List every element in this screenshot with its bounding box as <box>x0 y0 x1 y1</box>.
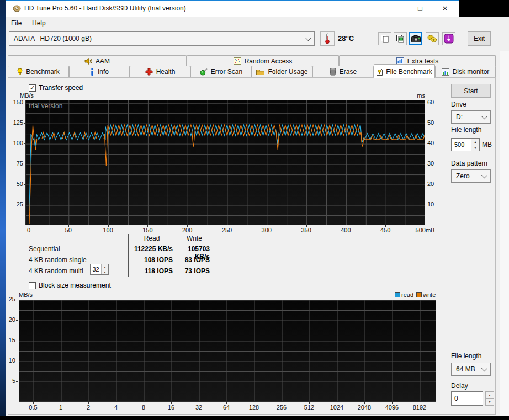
screenshot-button[interactable] <box>409 32 422 45</box>
data-pattern-combo[interactable]: Zero <box>451 169 491 183</box>
axis-tick-mark <box>68 225 69 227</box>
table-divider <box>128 234 129 277</box>
menu-help[interactable]: Help <box>29 18 49 31</box>
chart1-y-left-tick: 100 <box>0 140 23 146</box>
axis-tick-mark <box>61 402 61 404</box>
spinner-up-icon[interactable]: ▲ <box>471 139 479 145</box>
thermometer-icon <box>324 33 331 44</box>
chart1-y-right-tick: 10 <box>427 201 434 208</box>
axis-tick-mark <box>29 225 29 227</box>
drive-selector-value: ADATA HD720 (1000 gB) <box>14 35 92 42</box>
file-length-unit: MB <box>482 141 492 148</box>
spinner-down-icon[interactable]: ▼ <box>486 399 494 406</box>
desktop-bottom <box>0 416 509 420</box>
read-swatch <box>395 292 400 297</box>
data-pattern-label: Data pattern <box>451 160 487 167</box>
row-random-multi-label: 4 KB random multi <box>29 267 83 275</box>
copy-image-button[interactable] <box>394 32 407 45</box>
axis-tick-mark <box>282 402 282 404</box>
info-icon <box>90 68 94 76</box>
tab-label: File Benchmark <box>386 68 432 76</box>
delay-input[interactable]: 0 <box>451 391 483 406</box>
file-length2-combo[interactable]: 64 MB <box>451 363 491 376</box>
chart1-x-tick: 400 <box>335 227 357 233</box>
spinner-down-icon[interactable]: ▼ <box>471 145 479 151</box>
chart1-y-left-tick: 50 <box>0 180 23 187</box>
tab-error-scan[interactable]: Error Scan <box>190 66 252 77</box>
temperature-button[interactable] <box>320 31 335 46</box>
chart1-y-left-tick: 150 <box>0 99 23 105</box>
queue-depth-value: 32 <box>91 264 101 274</box>
chart2-x-tick: 256 <box>269 404 294 411</box>
chart2-legend: read write <box>395 291 436 298</box>
tab-erase[interactable]: Erase <box>312 66 374 77</box>
axis-tick-mark <box>199 402 199 404</box>
spinner-down-icon[interactable]: ▼ <box>102 269 108 274</box>
file-length-spinner[interactable]: 500 ▲▼ <box>451 138 480 151</box>
window-title: HD Tune Pro 5.60 - Hard Disk/SSD Utility… <box>24 4 186 12</box>
window-edge-strip <box>500 51 509 416</box>
tab-disk-monitor[interactable]: Disk monitor <box>435 66 496 77</box>
chart2-y-tick: 10 <box>0 357 15 364</box>
spinner-up-icon[interactable]: ▲ <box>486 392 494 399</box>
tab-label: Error Scan <box>211 68 242 76</box>
tab-benchmark[interactable]: Benchmark <box>8 66 69 77</box>
axis-tick-mark <box>24 184 26 185</box>
chart1-x-tick: 450 <box>374 227 396 233</box>
chart1-x-tick: 300 <box>256 227 278 233</box>
axis-tick-mark <box>24 123 26 124</box>
maximize-button[interactable]: □ <box>409 1 432 16</box>
axis-tick-mark <box>385 225 386 227</box>
axis-tick-mark <box>24 164 26 164</box>
random-single-read-value: 108 IOPS <box>130 256 173 264</box>
file-length-label: File length <box>451 126 481 134</box>
tab-random-access[interactable]: Random Access <box>187 55 339 66</box>
folder-icon <box>256 68 264 75</box>
axis-tick-mark <box>392 402 393 404</box>
chart2-y-tick: 5 <box>0 378 15 384</box>
tab-file-benchmark[interactable]: File Benchmark <box>374 64 435 78</box>
start-button[interactable]: Start <box>451 84 491 98</box>
tab-folder-usage[interactable]: Folder Usage <box>252 66 312 77</box>
file-length2-label: File length <box>451 352 481 360</box>
menu-file[interactable]: File <box>8 18 25 31</box>
drive-selector-combo[interactable]: ADATA HD720 (1000 gB) <box>9 31 315 46</box>
tab-label: Erase <box>340 68 357 76</box>
axis-tick-mark <box>144 402 144 404</box>
coins-button[interactable] <box>426 32 439 45</box>
axis-tick-mark <box>306 225 307 227</box>
copy-text-icon <box>380 34 389 43</box>
chart2-y-tick: 25 <box>0 296 15 302</box>
trash-icon <box>330 68 336 76</box>
transfer-speed-checkbox[interactable]: ✓ <box>29 84 36 92</box>
delay-spinner[interactable]: ▲ ▼ <box>485 391 494 406</box>
axis-tick-mark <box>364 402 365 404</box>
transfer-speed-chart <box>25 100 425 225</box>
queue-depth-spinner[interactable]: 32 ▲▼ <box>90 264 109 275</box>
desktop-corner <box>459 0 509 17</box>
spinner-up-icon[interactable]: ▲ <box>102 264 108 269</box>
minimize-button[interactable]: — <box>384 1 407 16</box>
close-button[interactable]: ✕ <box>433 1 457 16</box>
download-arrow-icon <box>444 34 454 44</box>
block-size-label: Block size measurement <box>39 281 111 289</box>
axis-tick-mark <box>24 205 26 205</box>
block-size-checkbox[interactable] <box>29 282 36 289</box>
exit-button[interactable]: Exit <box>468 31 491 46</box>
tab-label: AAM <box>96 57 110 65</box>
axis-tick-mark <box>227 225 227 227</box>
file-length-value: 500 <box>452 139 471 151</box>
copy-image-icon <box>396 34 405 43</box>
tab-aam[interactable]: AAM <box>8 55 187 66</box>
copy-text-button[interactable] <box>378 32 391 45</box>
chart1-y-right-unit: ms <box>409 92 425 99</box>
scatter-icon <box>234 57 241 65</box>
write-swatch <box>416 292 422 297</box>
chart1-y-right-tick: 60 <box>427 99 434 105</box>
axis-tick-mark <box>187 225 188 227</box>
tab-info[interactable]: Info <box>69 66 130 77</box>
download-button[interactable] <box>442 32 455 45</box>
drive-combo[interactable]: D: <box>451 110 491 124</box>
chart1-x-tick: 350 <box>295 227 317 233</box>
tab-health[interactable]: Health <box>130 66 190 77</box>
